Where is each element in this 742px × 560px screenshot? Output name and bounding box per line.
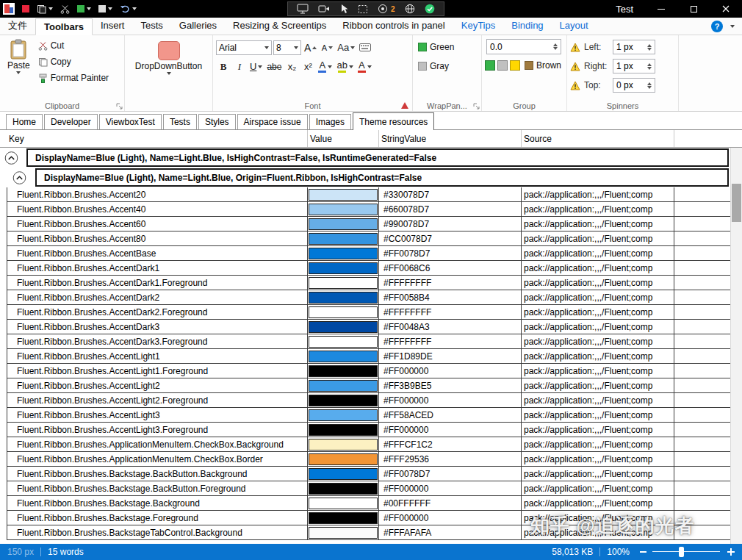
zoom-out-button[interactable] <box>640 551 646 553</box>
cursor-icon[interactable] <box>339 4 348 14</box>
tab-viewboxtest[interactable]: ViewboxTest <box>99 114 162 129</box>
ribbon-tab-galleries[interactable]: Galleries <box>171 18 225 35</box>
gray-color-button[interactable] <box>497 60 508 71</box>
collapse-group-icon[interactable] <box>12 170 26 184</box>
minimize-button[interactable] <box>645 0 677 18</box>
grow-font-button[interactable]: A <box>303 40 318 56</box>
wrappanel-dialog-launcher-icon[interactable] <box>473 103 480 110</box>
change-case-button[interactable]: Aa <box>336 40 356 56</box>
zoom-in-button[interactable] <box>727 548 735 556</box>
paste-button[interactable]: Paste <box>3 37 35 86</box>
grid-row[interactable]: Fluent.Ribbon.Brushes.AccentLight2.Foreg… <box>7 393 730 408</box>
grid-row[interactable]: Fluent.Ribbon.Brushes.Accent20#330078D7p… <box>7 187 730 202</box>
spinner-input[interactable]: 0 px <box>613 78 655 93</box>
ribbon-tab-binding[interactable]: Binding <box>503 18 551 35</box>
qat-undo-button[interactable] <box>116 0 140 18</box>
grid-row[interactable]: Fluent.Ribbon.Brushes.Accent80#CC0078D7p… <box>7 231 730 246</box>
font-family-select[interactable]: Arial <box>216 40 272 55</box>
grid-row[interactable]: Fluent.Ribbon.Brushes.AccentLight3#FF58A… <box>7 408 730 423</box>
tab-styles[interactable]: Styles <box>198 114 236 129</box>
grid-row[interactable]: Fluent.Ribbon.Brushes.AccentBase#FF0078D… <box>7 246 730 261</box>
video-camera-icon[interactable] <box>318 4 330 13</box>
subscript-button[interactable]: x₂ <box>284 59 299 75</box>
brown-button[interactable]: Brown <box>522 57 563 73</box>
copy-button[interactable]: Copy <box>36 54 111 70</box>
grid-row[interactable]: Fluent.Ribbon.Brushes.Accent40#660078D7p… <box>7 202 730 217</box>
font-size-select[interactable]: 8 <box>273 40 301 55</box>
strikethrough-button[interactable]: abe <box>265 59 283 75</box>
tab-airspace-issue[interactable]: Airspace issue <box>237 114 308 129</box>
ribbon-tab-ribbon-controls-in-panel[interactable]: Ribbon controls in panel <box>334 18 453 35</box>
dropdown-button[interactable]: DropDownButton <box>128 37 209 76</box>
column-header-key[interactable]: Key <box>7 130 308 147</box>
format-painter-button[interactable]: Format Painter <box>36 70 111 86</box>
spinner-arrows-icon[interactable] <box>647 63 652 70</box>
column-header-stringvalue[interactable]: StringValue <box>379 130 522 147</box>
grid-row[interactable]: Fluent.Ribbon.Brushes.AccentLight2#FF3B9… <box>7 378 730 393</box>
spinner-arrows-icon[interactable] <box>553 43 558 50</box>
grid-row[interactable]: Fluent.Ribbon.Brushes.Backstage.BackButt… <box>7 467 730 481</box>
grid-row[interactable]: Fluent.Ribbon.Brushes.Accent60#990078D7p… <box>7 217 730 231</box>
grid-row[interactable]: Fluent.Ribbon.Brushes.AccentDark1#FF0068… <box>7 261 730 276</box>
screen-share-icon[interactable] <box>297 4 309 14</box>
qat-cut-button[interactable] <box>57 0 73 18</box>
record-icon[interactable] <box>378 4 388 14</box>
app-icon[interactable] <box>3 3 15 15</box>
qat-paste-button[interactable] <box>33 0 57 18</box>
qat-gray-color-button[interactable] <box>95 0 116 18</box>
qat-red-color-button[interactable] <box>18 0 33 18</box>
grid-row[interactable]: Fluent.Ribbon.Brushes.ApplicationMenuIte… <box>7 452 730 467</box>
vertical-scrollbar[interactable] <box>730 148 742 544</box>
column-header-source[interactable]: Source <box>522 130 674 147</box>
ribbon-tab-keytips[interactable]: KeyTips <box>453 18 503 35</box>
spinner-arrows-icon[interactable] <box>647 82 652 89</box>
font-dialog-launcher-icon[interactable] <box>401 102 408 109</box>
grid-row[interactable]: Fluent.Ribbon.Brushes.AccentDark3#FF0048… <box>7 320 730 334</box>
shrink-font-button[interactable]: A <box>320 40 334 56</box>
tab-images[interactable]: Images <box>309 114 351 129</box>
gray-button[interactable]: Gray <box>416 57 478 76</box>
maximize-button[interactable] <box>677 0 710 18</box>
text-effects-button[interactable]: A <box>317 59 334 75</box>
zoom-slider[interactable] <box>652 547 720 557</box>
collapse-group-icon[interactable] <box>4 151 18 165</box>
group-spinner-input[interactable]: 0.0 <box>486 39 561 54</box>
scrollbar-thumb[interactable] <box>732 184 741 222</box>
grid-row[interactable]: Fluent.Ribbon.Brushes.AccentDark2#FF0058… <box>7 290 730 305</box>
selection-icon[interactable] <box>358 4 368 14</box>
font-color-button[interactable]: A <box>356 59 373 75</box>
grid-row[interactable]: Fluent.Ribbon.Brushes.AccentLight1#FF1D8… <box>7 349 730 364</box>
ribbon-collapse-icon[interactable] <box>730 25 735 28</box>
ribbon-tab-insert[interactable]: Insert <box>93 18 133 35</box>
grid-row[interactable]: Fluent.Ribbon.Brushes.AccentDark2.Foregr… <box>7 305 730 320</box>
help-icon[interactable]: ? <box>711 21 723 32</box>
tab-home[interactable]: Home <box>6 114 43 129</box>
tab-developer[interactable]: Developer <box>44 114 98 129</box>
status-check-icon[interactable] <box>425 4 435 14</box>
grid-row[interactable]: Fluent.Ribbon.Brushes.Backstage.BackButt… <box>7 481 730 496</box>
grid-row[interactable]: Fluent.Ribbon.Brushes.ApplicationMenuIte… <box>7 437 730 452</box>
yellow-color-button[interactable] <box>510 60 520 71</box>
grid-row[interactable]: Fluent.Ribbon.Brushes.AccentDark1.Foregr… <box>7 276 730 290</box>
spinner-arrows-icon[interactable] <box>647 44 652 51</box>
tab-theme-resources[interactable]: Theme resources <box>353 112 434 130</box>
cut-button[interactable]: Cut <box>36 37 111 54</box>
bold-button[interactable]: B <box>216 59 231 75</box>
grid-row[interactable]: Fluent.Ribbon.Brushes.AccentLight1.Foreg… <box>7 364 730 378</box>
tab-tests[interactable]: Tests <box>163 114 197 129</box>
globe-icon[interactable] <box>405 4 415 14</box>
italic-button[interactable]: I <box>232 59 247 75</box>
column-header-value[interactable]: Value <box>308 130 379 147</box>
underline-button[interactable]: U <box>248 59 264 75</box>
spinner-input[interactable]: 1 px <box>613 40 655 54</box>
green-color-button[interactable] <box>485 60 495 71</box>
zoom-slider-thumb[interactable] <box>679 547 684 557</box>
keyboard-button[interactable] <box>358 40 372 56</box>
ribbon-tab-toolbars[interactable]: Toolbars <box>35 18 93 35</box>
superscript-button[interactable]: x² <box>300 59 315 75</box>
grid-row[interactable]: Fluent.Ribbon.Brushes.Backstage.Backgrou… <box>7 496 730 511</box>
grid-row[interactable]: Fluent.Ribbon.Brushes.AccentDark3.Foregr… <box>7 334 730 349</box>
clipboard-dialog-launcher-icon[interactable] <box>116 103 123 110</box>
grid-row[interactable]: Fluent.Ribbon.Brushes.AccentLight3.Foreg… <box>7 423 730 437</box>
spinner-input[interactable]: 1 px <box>613 59 655 73</box>
